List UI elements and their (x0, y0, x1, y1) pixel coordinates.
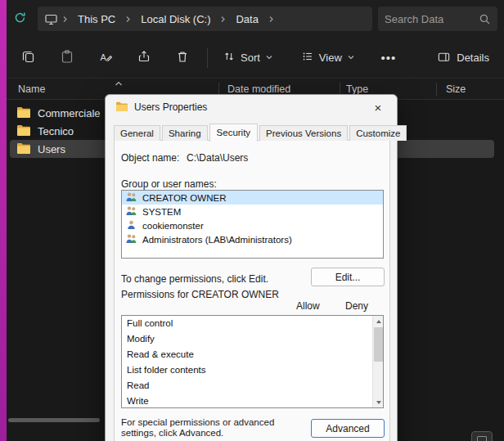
close-button[interactable]: × (364, 97, 392, 117)
view-menu-button[interactable]: View (295, 45, 362, 70)
share-icon (137, 49, 151, 67)
share-button[interactable] (128, 44, 160, 72)
search-input[interactable] (385, 13, 479, 25)
refresh-icon (13, 11, 27, 27)
file-name: Commerciale (38, 107, 101, 119)
more-options-button[interactable]: ••• (376, 44, 401, 72)
advanced-hint: For special permissions or advanced sett… (121, 417, 308, 439)
copy-icon (21, 49, 36, 67)
horizontal-scrollbar[interactable] (8, 418, 100, 422)
object-name-value: C:\Data\Users (187, 152, 248, 164)
toolbar-divider (207, 48, 208, 68)
permission-row-full-control[interactable]: Full control (122, 316, 383, 331)
group-row-system[interactable]: SYSTEM (122, 205, 383, 218)
tab-previous-versions[interactable]: Previous Versions (259, 125, 348, 141)
screen: This PC Local Disk (C:) Data A (0, 0, 504, 441)
principal-name: CREATOR OWNER (142, 193, 226, 203)
sort-label: Sort (241, 52, 260, 64)
tab-security[interactable]: Security (209, 124, 259, 142)
permission-row-modify[interactable]: Modify (122, 331, 383, 347)
column-header-name[interactable]: Name (18, 83, 45, 95)
breadcrumb-local-disk-c[interactable]: Local Disk (C:) (135, 11, 216, 28)
command-toolbar: A Sort View ••• Details (7, 38, 504, 79)
window-preview-icon[interactable] (471, 431, 493, 441)
group-icon (125, 205, 137, 218)
svg-text:A: A (101, 52, 107, 61)
tab-sharing[interactable]: Sharing (162, 125, 208, 141)
file-name: Users (38, 143, 65, 155)
image-glyph (477, 436, 487, 441)
details-pane-icon (437, 50, 451, 66)
chevron-right-icon (266, 15, 277, 24)
permission-row-list-folder-contents[interactable]: List folder contents (122, 362, 383, 378)
edit-button[interactable]: Edit... (311, 268, 385, 286)
users-properties-dialog: Users Properties × General Sharing Secur… (105, 94, 398, 441)
chevron-down-icon (347, 52, 355, 64)
scroll-up-icon[interactable] (373, 316, 384, 326)
sort-menu-button[interactable]: Sort (216, 45, 280, 70)
group-user-listbox: CREATOR OWNER SYSTEM cookiemonster Admin… (121, 190, 384, 259)
chevron-down-icon (265, 52, 273, 64)
search-icon (479, 13, 491, 25)
view-icon (301, 50, 314, 65)
dialog-title: Users Properties (134, 101, 207, 113)
group-list-label: Group or user names: (121, 178, 217, 190)
deny-column-label: Deny (345, 300, 368, 312)
edit-hint: To change permissions, click Edit. (121, 273, 268, 285)
permission-row-read-execute[interactable]: Read & execute (122, 347, 383, 362)
folder-icon (16, 106, 30, 120)
principal-name: SYSTEM (142, 207, 181, 217)
dialog-tabs: General Sharing Security Previous Versio… (114, 123, 408, 141)
permission-row-write[interactable]: Write (122, 394, 383, 409)
scroll-down-icon[interactable] (373, 397, 384, 407)
sort-icon (223, 50, 236, 65)
group-icon (125, 233, 137, 245)
user-icon (125, 219, 137, 232)
group-icon (125, 191, 137, 204)
tab-general[interactable]: General (114, 125, 160, 141)
view-label: View (319, 52, 342, 64)
allow-column-label: Allow (296, 300, 320, 312)
user-row-cookiemonster[interactable]: cookiemonster (122, 218, 383, 232)
copy-button[interactable] (13, 44, 44, 72)
advanced-button[interactable]: Advanced (311, 419, 385, 438)
folder-icon (16, 142, 30, 156)
column-header-date-modified[interactable]: Date modified (227, 83, 290, 95)
dialog-title-bar[interactable]: Users Properties × (106, 95, 397, 119)
breadcrumb-this-pc[interactable]: This PC (72, 11, 121, 28)
trash-icon (175, 49, 190, 67)
permission-row-read[interactable]: Read (122, 378, 383, 394)
search-box (378, 7, 497, 31)
left-accent-strip (0, 0, 7, 441)
group-row-administrators[interactable]: Administrators (LAB\Administrators) (122, 232, 383, 246)
principal-name: Administrators (LAB\Administrators) (142, 235, 292, 245)
scrollbar-thumb[interactable] (374, 327, 383, 362)
permissions-listbox: Full control Modify Read & execute List … (121, 315, 384, 408)
paste-button[interactable] (52, 44, 83, 72)
this-pc-icon (44, 12, 58, 26)
details-label: Details (457, 52, 489, 64)
vertical-scrollbar[interactable] (372, 316, 383, 407)
rename-icon: A (98, 49, 113, 67)
object-name-label: Object name: (121, 152, 179, 164)
column-header-type[interactable]: Type (346, 83, 368, 95)
breadcrumb-data[interactable]: Data (230, 11, 263, 28)
refresh-button[interactable] (10, 10, 29, 28)
column-divider[interactable] (436, 83, 437, 96)
column-header-size[interactable]: Size (446, 83, 466, 95)
principal-name: cookiemonster (142, 221, 204, 231)
chevron-right-icon (60, 15, 70, 24)
tab-customize[interactable]: Customize (349, 125, 407, 141)
details-pane-button[interactable]: Details (429, 45, 497, 71)
file-name: Tecnico (38, 125, 74, 137)
rename-button[interactable]: A (90, 44, 121, 72)
navigation-bar: This PC Local Disk (C:) Data (7, 0, 504, 38)
ellipsis-icon: ••• (380, 51, 396, 65)
delete-button[interactable] (167, 44, 198, 72)
folder-icon (115, 101, 128, 114)
chevron-right-icon (218, 15, 228, 24)
sort-ascending-icon (114, 79, 124, 90)
group-row-creator-owner[interactable]: CREATOR OWNER (122, 191, 383, 205)
permissions-caption: Permissions for CREATOR OWNER (121, 290, 289, 300)
address-bar[interactable]: This PC Local Disk (C:) Data (38, 7, 372, 31)
